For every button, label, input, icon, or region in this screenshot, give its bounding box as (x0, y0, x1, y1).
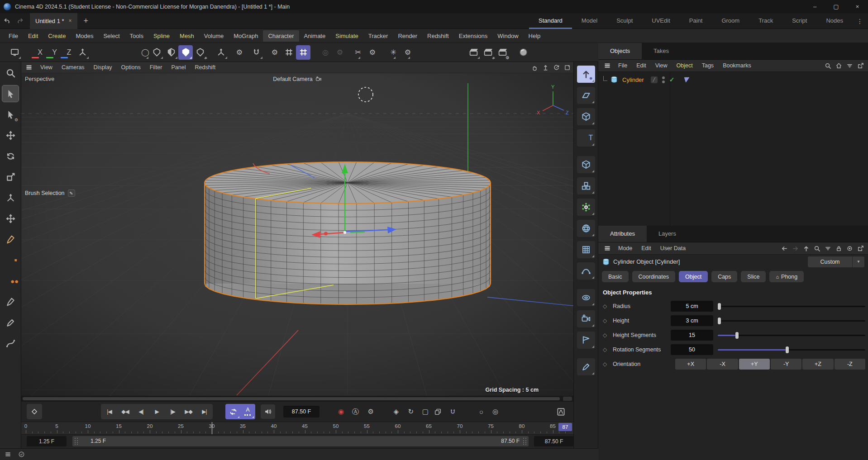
snap-settings-button[interactable]: ⚙ (263, 45, 278, 60)
add-cube-button[interactable] (577, 108, 595, 125)
property-slider[interactable] (718, 344, 865, 355)
record-button[interactable]: ◉ (332, 406, 344, 417)
property-value-field[interactable]: 5 cm (671, 301, 713, 312)
selection-ring-button[interactable]: ◯ (135, 45, 149, 60)
up-icon[interactable] (803, 245, 810, 252)
menu-item[interactable]: Help (524, 30, 546, 42)
keying-settings-button[interactable]: ⚙ (362, 406, 374, 417)
menu-item[interactable]: Modes (71, 30, 98, 42)
scrollbar-thumb[interactable] (23, 397, 560, 400)
goto-end-button[interactable]: ▶| (197, 405, 212, 418)
property-bullet-icon[interactable]: ◇ (603, 303, 608, 309)
inactive-settings-button[interactable]: ⚙ (329, 45, 343, 60)
viewport-menu-item[interactable]: Redshift (190, 64, 220, 71)
forward-icon[interactable] (792, 245, 799, 252)
menu-item[interactable]: Edit (23, 30, 43, 42)
range-end-field[interactable]: 87.50 F (534, 436, 574, 446)
range-left-grip[interactable] (75, 438, 78, 445)
axis-mode-button[interactable] (214, 45, 228, 60)
poly-tool-button[interactable] (149, 45, 164, 60)
layout-tab[interactable]: UVEdit (642, 13, 679, 29)
orientation-option-button[interactable]: -Y (771, 359, 801, 370)
add-keyframe-button[interactable] (27, 404, 42, 419)
viewport-menu-item[interactable]: Cameras (57, 64, 89, 71)
add-array-button[interactable] (577, 177, 595, 194)
dock-move-tool-button[interactable]: ● (577, 66, 595, 83)
viewport-menu-item[interactable]: Display (89, 64, 117, 71)
fcurve-editor-button[interactable] (553, 404, 568, 419)
menu-item[interactable]: MoGraph (229, 30, 263, 42)
layout-tab[interactable]: Model (572, 13, 607, 29)
key-rotation-button[interactable]: ↻ (402, 406, 414, 417)
dolly-icon[interactable] (542, 64, 549, 71)
manager-tab[interactable]: Objects (598, 43, 642, 59)
minimize-button[interactable]: – (804, 0, 825, 13)
redo-button[interactable] (14, 13, 27, 29)
viewport-menu-item[interactable]: Filter (145, 64, 167, 71)
menu-item[interactable]: Select (98, 30, 124, 42)
orientation-option-button[interactable]: -Z (835, 359, 865, 370)
object-name-label[interactable]: Cylinder (621, 76, 645, 83)
modeling-tool-button[interactable]: ✳ (382, 45, 396, 60)
property-value-field[interactable]: 15 (671, 330, 713, 341)
object-enabled-check-icon[interactable]: ✓ (669, 76, 675, 83)
attribute-menu-item[interactable]: User Data (656, 245, 690, 251)
render-sphere-button[interactable] (516, 45, 530, 60)
camera-menu-icon[interactable] (315, 76, 322, 82)
move-tool-button[interactable] (2, 127, 19, 143)
maximize-button[interactable]: ▢ (825, 0, 847, 13)
current-frame-marker[interactable]: 87 (558, 423, 572, 431)
autokey-button[interactable]: A (241, 405, 254, 418)
solo-off-button[interactable]: ○ (472, 406, 483, 417)
property-bullet-icon[interactable]: ◇ (603, 361, 608, 367)
add-simulation-button[interactable] (577, 199, 595, 216)
orientation-option-button[interactable]: -X (707, 359, 738, 370)
property-slider[interactable] (718, 315, 865, 326)
viewport-menu-icon[interactable] (24, 63, 34, 71)
preset-value[interactable]: Custom (808, 256, 852, 267)
find-tool-button[interactable] (2, 65, 19, 81)
layout-tab[interactable]: Track (749, 13, 782, 29)
axis-settings-button[interactable]: ⚙ (228, 45, 243, 60)
pen-tool-button[interactable] (2, 314, 19, 331)
workplane-button[interactable] (75, 45, 90, 60)
poly-tool-2-button[interactable] (164, 45, 178, 60)
next-key-button[interactable]: ▶◆ (181, 405, 196, 418)
object-menu-item[interactable]: Tags (697, 62, 718, 69)
poly-tool-4-button[interactable]: ▸ (193, 45, 207, 60)
menu-item[interactable]: Mesh (175, 30, 199, 42)
layout-tab[interactable]: Script (782, 13, 816, 29)
3d-scene[interactable]: YXZ (21, 73, 573, 396)
maximize-view-icon[interactable] (564, 64, 571, 71)
layout-tab[interactable]: Nodes (816, 13, 853, 29)
range-right-grip[interactable] (523, 438, 526, 445)
key-scale-button[interactable]: ▢ (417, 406, 429, 417)
playhead[interactable] (212, 422, 212, 434)
attribute-tab[interactable]: ⌂Phong (769, 271, 804, 282)
attribute-tab[interactable]: Object (679, 271, 708, 282)
home-icon[interactable] (835, 62, 842, 69)
menu-item[interactable]: Volume (199, 30, 229, 42)
layout-tab[interactable]: Standard (529, 13, 572, 29)
range-start-field[interactable]: 1.25 F (27, 436, 67, 446)
quantize-button[interactable] (296, 45, 310, 60)
timeline-range-slider[interactable]: 1.25 F 87.50 F (72, 436, 529, 446)
transform-tool-button[interactable] (2, 190, 19, 206)
manager-tab[interactable]: Takes (642, 43, 681, 59)
axis-lock-z-button[interactable]: Z (57, 45, 72, 60)
property-slider[interactable] (718, 301, 865, 312)
undo-button[interactable] (0, 13, 14, 29)
property-bullet-icon[interactable]: ◇ (603, 332, 608, 338)
orientation-option-button[interactable]: +Z (802, 359, 833, 370)
viewport-menu-item[interactable]: Options (117, 64, 145, 71)
menu-item[interactable]: File (4, 30, 23, 42)
selection-settings-button[interactable]: ⚙ (2, 106, 19, 123)
prev-key-button[interactable]: ◆◀ (118, 405, 133, 418)
filter-icon[interactable] (846, 62, 853, 69)
search-icon[interactable] (825, 62, 831, 69)
attribute-tab[interactable]: Basic (602, 271, 629, 282)
menu-item[interactable]: Window (492, 30, 523, 42)
layout-tab[interactable]: Paint (680, 13, 712, 29)
menu-item[interactable]: Tracker (363, 30, 393, 42)
menu-item[interactable]: Extensions (454, 30, 493, 42)
